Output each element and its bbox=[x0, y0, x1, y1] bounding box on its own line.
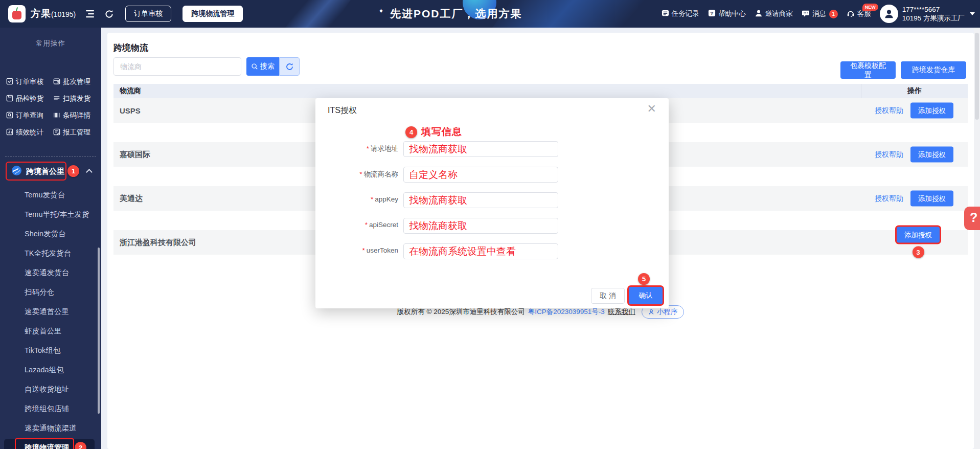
quick-op-订单审核[interactable]: 订单审核 bbox=[6, 77, 53, 87]
quick-op-label: 订单审核 bbox=[16, 77, 43, 86]
sidebar-item-Temu半托/本土发货[interactable]: Temu半托/本土发货 bbox=[0, 205, 101, 224]
quick-op-品检验货[interactable]: 品检验货 bbox=[6, 94, 53, 104]
logo-fruit-icon bbox=[12, 11, 21, 19]
quick-op-扫描发货[interactable]: 扫描发货 bbox=[53, 94, 98, 104]
barcode-icon bbox=[53, 111, 60, 120]
help-floating-button[interactable]: ? bbox=[964, 207, 980, 230]
quick-op-label: 报工管理 bbox=[63, 128, 90, 137]
field-label: *物流商名称 bbox=[321, 170, 398, 179]
package-template-config-button[interactable]: 包裹模板配置 bbox=[840, 61, 896, 79]
sidebar-item-TK全托发货台[interactable]: TK全托发货台 bbox=[0, 243, 101, 263]
field-label: *appKey bbox=[321, 195, 398, 203]
sidebar-item-label: 扫码分仓 bbox=[25, 287, 54, 297]
sidebar-group-cross-border-first-mile[interactable]: 跨境首公里 1 bbox=[0, 162, 101, 181]
row-actions: 添加授权3 bbox=[897, 227, 940, 258]
page-scrollbar-thumb[interactable] bbox=[975, 33, 979, 120]
contact-us-link[interactable]: 联系我们 bbox=[608, 307, 635, 317]
header-utility-帮助中心[interactable]: ?帮助中心 bbox=[708, 9, 746, 18]
row-actions: 授权帮助添加授权 bbox=[875, 147, 953, 163]
quick-op-绩效统计[interactable]: 绩效统计 bbox=[6, 127, 53, 138]
quick-op-订单查询[interactable]: 订单查询 bbox=[6, 110, 53, 121]
field-input-appKey[interactable] bbox=[403, 192, 558, 208]
sidebar-item-速卖通首公里[interactable]: 速卖通首公里 bbox=[0, 302, 101, 321]
search-button[interactable]: 搜索 bbox=[246, 57, 279, 76]
required-asterisk: * bbox=[359, 170, 362, 178]
quick-op-批次管理[interactable]: 批次管理 bbox=[53, 77, 98, 87]
chevron-down-icon bbox=[970, 12, 975, 15]
add-auth-button[interactable]: 添加授权 bbox=[910, 147, 953, 163]
refresh-list-icon[interactable] bbox=[279, 57, 300, 76]
sidebar-item-TikTok组包[interactable]: TikTok组包 bbox=[0, 341, 101, 360]
field-input-userToken[interactable] bbox=[403, 243, 558, 259]
batch-icon bbox=[53, 78, 60, 86]
sidebar-item-速卖通发货台[interactable]: 速卖通发货台 bbox=[0, 263, 101, 282]
search-square-icon bbox=[6, 111, 13, 120]
row-actions: 授权帮助添加授权 bbox=[875, 191, 953, 207]
cross-border-warehouse-button[interactable]: 跨境发货仓库 bbox=[901, 61, 966, 79]
sidebar-item-速卖通物流渠道[interactable]: 速卖通物流渠道 bbox=[0, 418, 101, 438]
sidebar-item-Shein发货台[interactable]: Shein发货台 bbox=[0, 224, 101, 243]
quick-op-label: 扫描发货 bbox=[63, 94, 90, 103]
add-auth-button[interactable]: 添加授权 bbox=[897, 227, 940, 243]
annotation-badge-5: 5 bbox=[638, 273, 650, 285]
refresh-icon[interactable] bbox=[104, 9, 114, 19]
sidebar-item-虾皮首公里[interactable]: 虾皮首公里 bbox=[0, 321, 101, 341]
quick-op-条码详情[interactable]: 条码详情 bbox=[53, 110, 98, 121]
field-input-apiSecret[interactable] bbox=[403, 218, 558, 234]
required-asterisk: * bbox=[367, 145, 369, 152]
cancel-button[interactable]: 取 消 bbox=[591, 288, 625, 304]
auth-help-link[interactable]: 授权帮助 bbox=[875, 150, 903, 159]
search-input[interactable] bbox=[113, 57, 241, 76]
sidebar-item-跨境组包店铺[interactable]: 跨境组包店铺 bbox=[0, 399, 101, 418]
sidebar-item-label: TikTok组包 bbox=[25, 346, 60, 355]
provider-name: 嘉硕国际 bbox=[120, 150, 150, 160]
column-header-provider: 物流商 bbox=[113, 84, 861, 98]
utility-label: 客服 bbox=[857, 9, 871, 18]
avatar bbox=[880, 5, 898, 23]
field-input-物流商名称[interactable] bbox=[403, 167, 558, 183]
auth-help-link[interactable]: 授权帮助 bbox=[875, 106, 903, 115]
header-utility-邀请商家[interactable]: 邀请商家 bbox=[755, 9, 793, 19]
provider-name: 浙江港盈科技有限公司 bbox=[120, 238, 196, 248]
quick-op-label: 绩效统计 bbox=[16, 128, 43, 137]
sidebar-item-Temu发货台[interactable]: Temu发货台 bbox=[0, 185, 101, 205]
header-utility-客服[interactable]: 客服NEW bbox=[847, 9, 871, 19]
add-auth-button[interactable]: 添加授权 bbox=[910, 103, 953, 119]
svg-text:?: ? bbox=[710, 10, 713, 16]
annotation-step-4: 4 填写信息 bbox=[405, 125, 462, 139]
sidebar-scrollbar[interactable] bbox=[98, 248, 100, 414]
invite-icon bbox=[755, 9, 763, 19]
close-icon[interactable]: ✕ bbox=[647, 103, 656, 115]
sidebar-item-自送收货地址[interactable]: 自送收货地址 bbox=[0, 379, 101, 399]
header-utility-消息[interactable]: 消息1 bbox=[802, 9, 838, 19]
sidebar-item-Lazada组包[interactable]: Lazada组包 bbox=[0, 360, 101, 379]
message-count-badge: 1 bbox=[829, 10, 838, 18]
question-mark-icon: ? bbox=[970, 210, 977, 225]
auth-help-link[interactable]: 授权帮助 bbox=[875, 194, 903, 203]
quick-op-报工管理[interactable]: 报工管理 bbox=[53, 127, 98, 138]
sidebar-item-label: 虾皮首公里 bbox=[25, 326, 62, 336]
user-phone: 177****5667 bbox=[902, 5, 965, 14]
sidebar-item-扫码分仓[interactable]: 扫码分仓 bbox=[0, 282, 101, 302]
header-utility-任务记录[interactable]: 任务记录 bbox=[662, 9, 699, 18]
user-menu[interactable]: 177****5667 10195 方果演示工厂 bbox=[880, 5, 975, 23]
required-asterisk: * bbox=[371, 195, 373, 203]
add-auth-button[interactable]: 添加授权 bbox=[910, 191, 953, 207]
field-input-请求地址[interactable] bbox=[403, 141, 558, 157]
collapse-menu-icon[interactable] bbox=[85, 9, 95, 18]
tab-cross-border-logistics[interactable]: 跨境物流管理 bbox=[183, 6, 243, 22]
copyright-text: 版权所有 © 2025深圳市迪里科技有限公司 bbox=[397, 307, 525, 317]
sidebar-item-跨境物流管理[interactable]: 跨境物流管理2 bbox=[0, 438, 101, 449]
column-header-actions: 操作 bbox=[861, 84, 968, 98]
table-header: 物流商 操作 bbox=[113, 84, 968, 98]
chart-icon bbox=[6, 128, 13, 137]
utility-label: 任务记录 bbox=[672, 9, 699, 18]
form-row-物流商名称: *物流商名称 bbox=[315, 167, 669, 183]
icp-link[interactable]: 粤ICP备2023039951号-3 bbox=[528, 307, 605, 317]
page-scrollbar[interactable] bbox=[974, 28, 980, 449]
confirm-button[interactable]: 确认 bbox=[629, 287, 663, 304]
chevron-up-icon bbox=[86, 169, 93, 175]
dialog-title: ITS授权 bbox=[328, 105, 357, 116]
inspect-icon bbox=[6, 95, 13, 103]
tab-order-review[interactable]: 订单审核 bbox=[125, 6, 171, 22]
